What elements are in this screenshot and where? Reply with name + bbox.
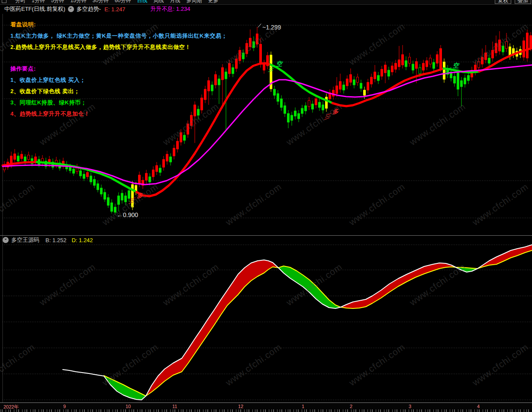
candle-body [104,192,106,199]
candle-body [17,156,19,161]
candle-body [100,188,103,194]
candle-body [24,157,26,162]
candle-body [346,79,348,86]
candle-body [461,81,463,87]
candle-body [398,60,400,67]
candle-body [312,104,314,109]
candle-body [35,157,37,161]
candle-body [308,101,310,107]
price-annotation: ←0.900 [117,211,138,218]
candle-body [83,174,85,178]
candle-body [388,70,390,76]
candle-body [436,55,438,63]
candle-body [194,105,196,116]
candle-body [90,176,92,182]
bear-band-segment [104,376,146,400]
candle-body [419,68,421,74]
candle-body [28,155,30,159]
candle-body [499,40,501,51]
candle-body [481,57,484,64]
candle-body [381,69,383,76]
bull-signal-mark: 多 [129,192,144,204]
note-line-5: 2、收盘价下绿色线 卖出； [10,88,80,95]
sub-b-value: B: 1.252 [45,237,66,243]
candle-body [260,44,262,64]
candle-body [80,171,82,176]
candle-body [416,62,418,68]
candle-body [298,114,300,119]
candle-body [229,63,231,74]
candle-body [170,157,172,162]
note-line-4: 1、收盘价上穿红色线 买入； [10,76,86,84]
candle-body [429,58,432,64]
candle-body [94,179,96,185]
candle-body [222,68,224,80]
candle-body [426,61,428,67]
candle-body [405,61,407,67]
candle-body [69,167,71,171]
candle-body [315,99,317,105]
candle-body [173,148,175,156]
candle-body [339,81,342,89]
candle-body [208,81,210,91]
candle-body [284,106,286,114]
trading-app-window: ~1.299←0.900多空多空 分时1分钟5分钟15分钟30分钟60分钟日线周… [0,0,532,412]
candle-body [249,38,251,47]
candle-body [433,62,435,68]
candle-body [495,43,497,53]
candle-body [239,50,241,61]
collapse-chevron-icon[interactable] [3,237,9,243]
candle-body [485,53,487,60]
candle-body [457,73,459,89]
candle-body [422,63,425,70]
note-line-2: 2.趋势线上穿升升不息线买入做多，趋势线下穿升升不息线卖出做空！ [10,43,191,51]
svg-text:多: 多 [136,192,144,199]
candle-body [360,83,362,88]
candle-body [319,102,321,107]
candle-body [114,207,116,212]
candle-body [204,89,206,100]
candle-body [73,169,75,173]
candle-body [281,99,283,107]
candle-body [180,133,182,142]
candle-body [468,75,470,81]
candle-body [201,98,203,110]
candle-body [139,175,141,184]
candle-body [353,80,355,85]
note-line-0: 看盘说明: [10,21,36,29]
candles [3,27,532,214]
candle-body [409,57,411,63]
candle-body [218,79,220,85]
chart-canvas[interactable]: ~1.299←0.900多空多空 [0,0,532,412]
candle-body [163,159,165,167]
note-line-6: 3、同理红K持股、绿K持币； [10,99,87,107]
svg-text:空: 空 [452,62,460,69]
candle-body [478,62,480,68]
sub-indicator-name[interactable]: 多空王源码 [11,236,39,244]
candle-body [412,64,414,70]
candle-body [277,94,279,101]
candle-body [305,106,307,111]
candle-body [332,90,335,96]
candle-body [443,62,445,79]
candle-body [149,177,151,182]
candle-body [326,97,328,108]
candle-body [377,75,380,81]
note-line-3: 操作要点: [10,65,36,73]
candle-body [395,63,397,69]
candle-body [159,168,161,172]
candle-body [291,115,293,120]
candle-body [187,124,189,134]
candle-body [145,173,148,180]
price-annotation: ~1.299 [262,24,281,31]
candle-body [225,72,227,79]
candle-body [184,135,186,140]
candle-body [287,114,290,122]
candle-body [492,50,494,58]
note-line-7: 4、趋势线上穿升升不息加仓！ [10,110,90,118]
candle-body [235,59,238,68]
candle-body [294,111,297,116]
candle-body [488,58,490,63]
candle-body [523,41,525,57]
candle-body [402,55,404,65]
